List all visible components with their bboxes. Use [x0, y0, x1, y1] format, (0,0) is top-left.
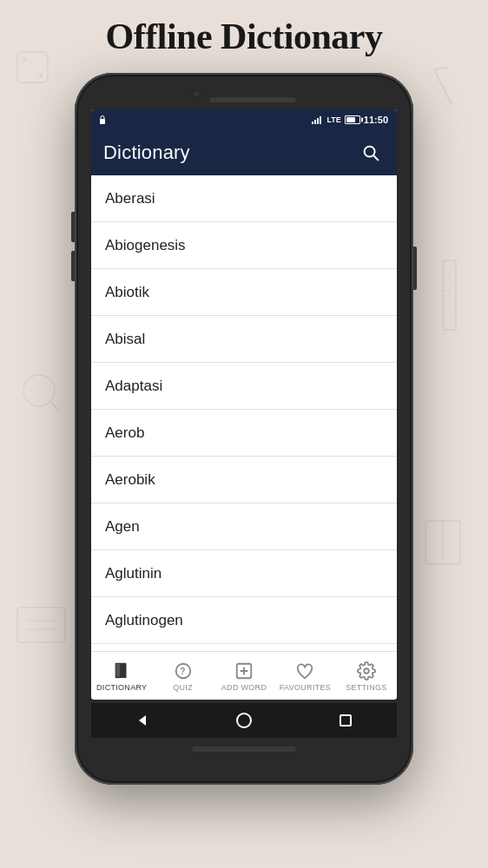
word-text: Abiogenesis: [105, 237, 186, 254]
svg-rect-0: [17, 52, 48, 82]
nav-label-favourites: FAVOURITES: [280, 683, 331, 692]
status-bar: LTE 11:50: [91, 109, 397, 130]
vol-down-button[interactable]: [71, 251, 75, 281]
search-button[interactable]: [357, 139, 385, 167]
word-text: Adaptasi: [105, 378, 162, 395]
svg-point-29: [237, 713, 251, 727]
home-button[interactable]: [232, 708, 256, 733]
word-text: Aglutinin: [105, 565, 162, 582]
dictionary-icon: [111, 661, 132, 681]
time-display: 11:50: [364, 115, 388, 125]
back-button[interactable]: [130, 708, 155, 733]
word-item[interactable]: Agen: [91, 503, 397, 550]
svg-text:?: ?: [180, 666, 185, 675]
word-item[interactable]: Abiotik: [91, 269, 397, 316]
word-text: Aerob: [105, 424, 144, 442]
phone-shell: LTE 11:50 Dictionary AberasiAbiogenesisA…: [75, 73, 413, 785]
signal-icon: [312, 115, 324, 124]
word-text: Aglutinogen: [105, 612, 183, 629]
favourites-icon: [294, 661, 315, 681]
front-camera: [192, 89, 201, 98]
nav-item-dictionary[interactable]: DICTIONARY: [91, 652, 152, 700]
page-title: Offline Dictionary: [106, 16, 383, 57]
word-item[interactable]: Aerobik: [91, 457, 397, 503]
word-item[interactable]: Abiogenesis: [91, 222, 397, 269]
word-item[interactable]: Aglutinogen: [91, 597, 397, 644]
vol-up-button[interactable]: [71, 212, 75, 242]
svg-rect-13: [17, 608, 65, 642]
settings-icon: [356, 661, 377, 681]
svg-point-1: [23, 57, 26, 61]
app-header: Dictionary: [91, 130, 397, 175]
svg-rect-20: [116, 663, 121, 678]
svg-rect-16: [100, 119, 105, 124]
word-text: Aerobik: [105, 471, 155, 489]
power-button[interactable]: [413, 247, 417, 290]
bottom-nav: DICTIONARY ? QUIZ: [91, 651, 397, 700]
svg-line-3: [434, 69, 452, 104]
word-item[interactable]: Aerob: [91, 410, 397, 457]
word-item[interactable]: Adaptasi: [91, 363, 397, 410]
svg-point-27: [364, 668, 369, 674]
word-item[interactable]: Akinet: [91, 644, 397, 651]
svg-marker-28: [139, 715, 146, 726]
nav-item-quiz[interactable]: ? QUIZ: [152, 652, 213, 700]
word-text: Agen: [105, 518, 140, 536]
search-icon: [361, 143, 380, 162]
nav-item-favourites[interactable]: FAVOURITES: [274, 652, 335, 700]
lock-icon: [98, 115, 107, 125]
speaker-bottom: [192, 746, 296, 752]
word-list[interactable]: AberasiAbiogenesisAbiotikAbisalAdaptasiA…: [91, 175, 397, 651]
word-item[interactable]: Aberasi: [91, 175, 397, 222]
svg-point-9: [23, 375, 55, 406]
nav-item-add-word[interactable]: ADD WORD: [214, 652, 274, 700]
network-label: LTE: [327, 115, 341, 124]
status-left: [98, 115, 107, 125]
speaker-top: [209, 97, 296, 102]
svg-rect-30: [340, 715, 351, 726]
word-text: Abisal: [105, 331, 145, 348]
system-nav: [91, 703, 397, 738]
status-icons: LTE 11:50: [312, 115, 388, 125]
nav-item-settings[interactable]: SETTINGS: [336, 652, 397, 700]
quiz-icon: ?: [173, 661, 194, 681]
word-item[interactable]: Abisal: [91, 316, 397, 363]
svg-line-4: [434, 68, 447, 69]
svg-rect-11: [425, 521, 460, 564]
word-item[interactable]: Aglutinin: [91, 550, 397, 597]
app-header-title: Dictionary: [103, 141, 190, 164]
svg-point-2: [39, 74, 43, 77]
svg-line-18: [373, 155, 378, 160]
word-text: Aberasi: [105, 190, 155, 207]
svg-rect-5: [443, 260, 456, 330]
add-word-icon: [234, 661, 254, 681]
svg-line-10: [49, 401, 59, 411]
recents-button[interactable]: [333, 708, 358, 733]
nav-label-quiz: QUIZ: [173, 683, 193, 692]
nav-label-dictionary: DICTIONARY: [96, 683, 147, 692]
battery-icon: [345, 115, 360, 124]
word-text: Abiotik: [105, 284, 149, 301]
nav-label-add-word: ADD WORD: [221, 683, 267, 692]
nav-label-settings: SETTINGS: [346, 683, 386, 692]
battery-fill: [346, 117, 355, 122]
phone-screen: LTE 11:50 Dictionary AberasiAbiogenesisA…: [91, 109, 397, 700]
